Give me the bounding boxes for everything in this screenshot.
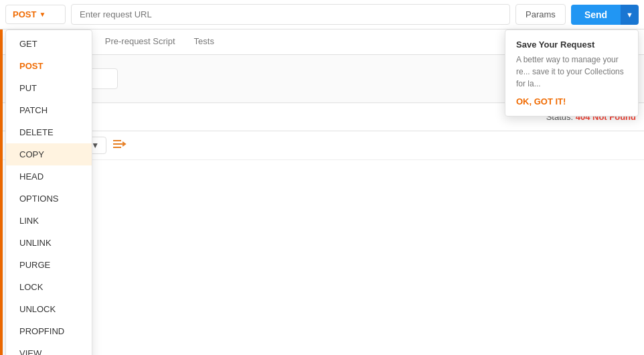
save-popup-body: A better way to manage your re... save i… bbox=[516, 54, 627, 90]
tab-pre-request[interactable]: Pre-request Script bbox=[96, 29, 185, 54]
tab-tests[interactable]: Tests bbox=[185, 29, 224, 54]
send-button[interactable]: Send bbox=[571, 5, 621, 25]
method-dropdown: GET POST PUT PATCH DELETE COPY HEAD OPTI… bbox=[5, 29, 92, 355]
left-border-indicator bbox=[0, 29, 3, 355]
method-button[interactable]: POST ▼ bbox=[5, 5, 66, 24]
method-option-purge[interactable]: PURGE bbox=[6, 254, 92, 276]
method-option-unlock[interactable]: UNLOCK bbox=[6, 298, 92, 320]
send-chevron-button[interactable]: ▼ bbox=[621, 5, 639, 25]
method-option-copy[interactable]: COPY bbox=[6, 143, 92, 165]
body-controls: Preview HTML ▼ bbox=[0, 131, 644, 160]
wrap-icon[interactable] bbox=[112, 138, 127, 153]
url-input[interactable] bbox=[71, 4, 510, 25]
save-popup-ok-button[interactable]: OK, GOT IT! bbox=[516, 96, 627, 106]
method-option-get[interactable]: GET bbox=[6, 33, 92, 55]
format-chevron-icon: ▼ bbox=[91, 141, 99, 150]
method-option-put[interactable]: PUT bbox=[6, 77, 92, 99]
params-button[interactable]: Params bbox=[515, 4, 566, 25]
method-option-unlink[interactable]: UNLINK bbox=[6, 232, 92, 254]
method-chevron-icon: ▼ bbox=[39, 11, 46, 18]
response-body: …le specified. bbox=[0, 160, 644, 240]
method-option-post[interactable]: POST bbox=[6, 55, 92, 77]
method-option-propfind[interactable]: PROPFIND bbox=[6, 320, 92, 342]
method-option-patch[interactable]: PATCH bbox=[6, 99, 92, 121]
send-dropdown-icon: ▼ bbox=[626, 11, 633, 19]
method-option-lock[interactable]: LOCK bbox=[6, 276, 92, 298]
send-button-group: Send ▼ bbox=[571, 5, 639, 25]
save-popup-title: Save Your Request bbox=[516, 40, 627, 50]
method-option-link[interactable]: LINK bbox=[6, 210, 92, 232]
method-option-delete[interactable]: DELETE bbox=[6, 121, 92, 143]
method-option-options[interactable]: OPTIONS bbox=[6, 188, 92, 210]
method-option-head[interactable]: HEAD bbox=[6, 165, 92, 188]
method-option-view[interactable]: VIEW bbox=[6, 342, 92, 355]
save-request-popup: Save Your Request A better way to manage… bbox=[505, 29, 639, 117]
method-label: POST bbox=[13, 9, 36, 19]
top-bar: POST ▼ Params Send ▼ bbox=[0, 0, 644, 29]
